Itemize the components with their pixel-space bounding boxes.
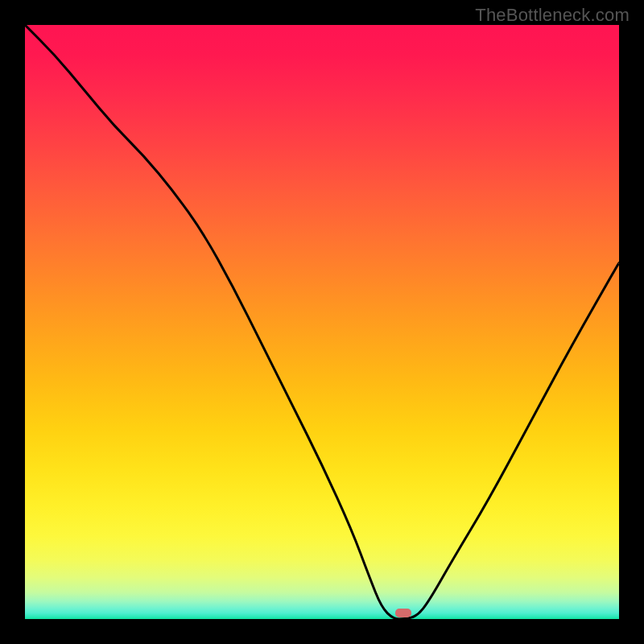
chart-area xyxy=(25,25,619,619)
optimal-marker xyxy=(395,609,411,617)
bottleneck-curve xyxy=(25,25,619,619)
watermark-text: TheBottleneck.com xyxy=(475,5,630,26)
